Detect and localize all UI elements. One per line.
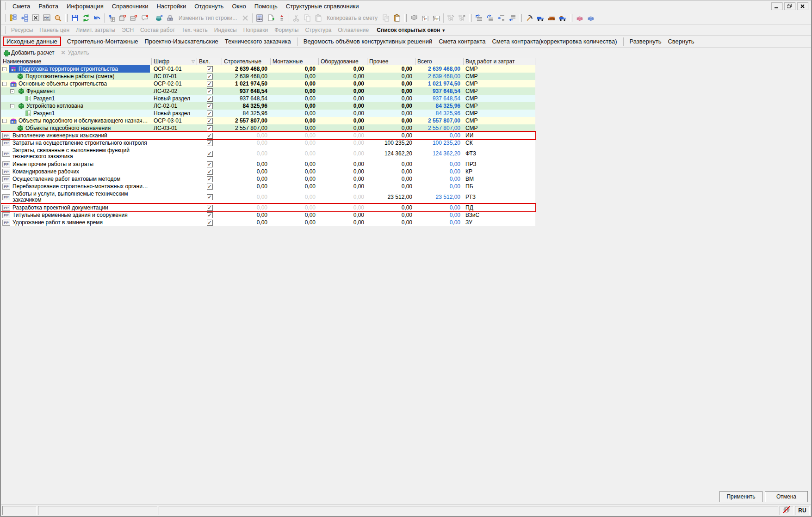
table-row[interactable]: Раздел1Новый раздел✓937 648,540,000,000,… (1, 95, 535, 102)
restore-button[interactable] (784, 2, 795, 10)
menu-item-smeta[interactable]: Смета (8, 1, 34, 11)
toolbar-grip[interactable] (570, 14, 572, 22)
table-row[interactable]: РРТитульные временные здания и сооружени… (1, 211, 535, 219)
indent-first-icon[interactable] (473, 12, 484, 23)
checkbox[interactable]: ✓ (207, 103, 213, 109)
table-row[interactable]: -Основные объекты строительстваОСР-02-01… (1, 80, 535, 87)
table-row[interactable]: Раздел1Новый раздел✓84 325,960,000,000,0… (1, 110, 535, 117)
minimize-button[interactable] (771, 2, 782, 10)
expand-all-button[interactable]: Развернуть (626, 37, 665, 46)
collapse-all-button[interactable]: Свернуть (664, 37, 697, 46)
column-header-kind[interactable]: Вид работ и затрат (464, 58, 535, 65)
toolbar-grip[interactable] (520, 14, 522, 22)
recalc-icon[interactable]: * (106, 12, 117, 23)
tree-collapse-toggle[interactable]: - (2, 67, 6, 71)
checkbox[interactable]: ✓ (207, 212, 213, 218)
panel-button-struktura[interactable]: Структура (302, 25, 335, 35)
resources-stack-icon[interactable] (409, 12, 420, 23)
panel-button-formuly[interactable]: Формулы (271, 25, 302, 35)
excel-export-icon[interactable] (30, 12, 41, 23)
table-row[interactable]: РРПеребазирование строительно-монтажных … (1, 183, 535, 190)
checkbox[interactable]: ✓ (207, 205, 213, 211)
table-row[interactable]: РРКомандирование рабочих✓0,000,000,000,0… (1, 168, 535, 175)
checkbox[interactable]: ✓ (207, 169, 213, 175)
copy-icon[interactable] (302, 12, 313, 23)
truck-icon[interactable] (535, 12, 546, 23)
menu-item-pomosch[interactable]: Помощь (250, 1, 282, 11)
tree-collapse-toggle[interactable]: - (2, 119, 6, 123)
menu-item-strukturnye-spravochniki[interactable]: Структурные справочники (282, 1, 363, 11)
panel-button-oglavlenie[interactable]: Оглавление (335, 25, 372, 35)
blocks-icon[interactable] (165, 12, 176, 23)
calculator-icon[interactable] (254, 12, 265, 23)
table-row[interactable]: РРЗатраты, связанные с выполнением функц… (1, 147, 535, 160)
paste-clipboard-icon[interactable] (391, 12, 403, 23)
toolbar-grip[interactable] (4, 14, 6, 22)
panel-button-esn[interactable]: ЭСН (118, 25, 137, 35)
checkbox[interactable]: ✓ (207, 161, 213, 167)
tree-delete-icon[interactable] (456, 12, 467, 23)
column-header-installation[interactable]: Монтажные (271, 58, 319, 65)
outdent-icon[interactable] (496, 12, 507, 23)
tab-stroitelno-montazhnye[interactable]: Строительно-Монтажные (64, 37, 142, 46)
panel-button-indeksy[interactable]: Индексы (211, 25, 240, 35)
search-icon[interactable] (52, 12, 63, 23)
indent-prev-icon[interactable] (484, 12, 496, 23)
comment-params-icon[interactable] (139, 12, 150, 23)
tree-collapse-toggle[interactable]: - (10, 104, 14, 108)
panel-button-panel-cen[interactable]: Панель цен (36, 25, 73, 35)
language-indicator[interactable]: RU (795, 506, 810, 515)
checkbox[interactable]: ✓ (207, 118, 213, 124)
pdf-export-icon[interactable]: PDF (41, 12, 52, 23)
table-row[interactable]: РРРаботы и услуги, выполняемые техническ… (1, 190, 535, 204)
panel-button-sostav-rabot[interactable]: Состав работ (137, 25, 178, 35)
row-params-alt-icon[interactable] (128, 12, 139, 23)
copy-doc-icon[interactable] (380, 12, 391, 23)
table-row[interactable]: -Устройство котлованаЛС-02-01✓84 325,960… (1, 102, 535, 110)
column-header-construction[interactable]: Строительные (222, 58, 271, 65)
table-row[interactable]: -Объекты подсобного и обслуживающего наз… (1, 117, 535, 124)
menu-item-okno[interactable]: Окно (228, 1, 250, 11)
open-windows-dropdown[interactable]: Список открытых окон▼ (372, 25, 447, 35)
add-calc-button[interactable]: Добавить расчет (4, 49, 55, 56)
checkbox[interactable]: ✓ (207, 66, 213, 72)
delete-button[interactable]: ✕ Удалить (61, 49, 89, 56)
sort-indicator-icon[interactable]: ▽ (192, 59, 195, 64)
column-header-equipment[interactable]: Оборудование (319, 58, 367, 65)
checkbox[interactable]: ✓ (207, 111, 213, 117)
tree-collapse-toggle[interactable]: - (10, 89, 14, 93)
tab-proektno-izyskatelskie[interactable]: Проектно-Изыскательские (141, 37, 221, 46)
table-row[interactable]: РРОсуществление работ вахтовым методом✓0… (1, 175, 535, 183)
checkbox[interactable]: ✓ (207, 74, 213, 80)
panel-button-resursy[interactable]: Ресурсы (8, 25, 36, 35)
checkbox[interactable]: ✓ (207, 81, 213, 87)
save-icon[interactable] (69, 12, 81, 23)
checkbox[interactable]: ✓ (207, 96, 213, 102)
toolbar-grip[interactable] (469, 14, 471, 22)
toolbar-grip[interactable] (65, 14, 68, 22)
row-params-icon[interactable] (117, 12, 128, 23)
checkbox[interactable]: ✓ (207, 194, 213, 200)
checkbox[interactable]: ✓ (207, 151, 213, 157)
table-row[interactable]: РРУдорожание работ в зимнее время✓0,000,… (1, 219, 535, 226)
cut-icon[interactable] (291, 12, 302, 23)
refresh-icon[interactable] (81, 12, 92, 23)
tree-edit-icon[interactable] (445, 12, 456, 23)
copy-to-estimate-label[interactable]: Копировать в смету (324, 15, 380, 21)
menubar-grip[interactable] (4, 2, 6, 10)
panelbar-grip[interactable] (4, 26, 6, 34)
cancel-button[interactable]: Отмена (765, 491, 808, 502)
column-header-other[interactable]: Прочее (367, 58, 415, 65)
toolbar-grip[interactable] (404, 14, 407, 22)
table-row[interactable]: РРЗатраты на осуществление строительного… (1, 139, 535, 147)
paste-icon[interactable] (313, 12, 324, 23)
column-header-code[interactable]: Шифр▽ (152, 58, 197, 65)
table-row[interactable]: РРРазработка проектной документации✓0,00… (1, 204, 535, 211)
checkbox[interactable]: ✓ (207, 220, 213, 226)
checkbox[interactable]: ✓ (207, 88, 213, 94)
tab-smeta-kontrakta-korr[interactable]: Смета контракта(корректировка количества… (489, 37, 620, 46)
panel-button-tekh-chast[interactable]: Тех. часть (178, 25, 211, 35)
loaded-truck-icon[interactable] (557, 12, 568, 23)
pickaxe-icon[interactable] (524, 12, 535, 23)
menu-item-informaciya[interactable]: Информация (62, 1, 108, 11)
